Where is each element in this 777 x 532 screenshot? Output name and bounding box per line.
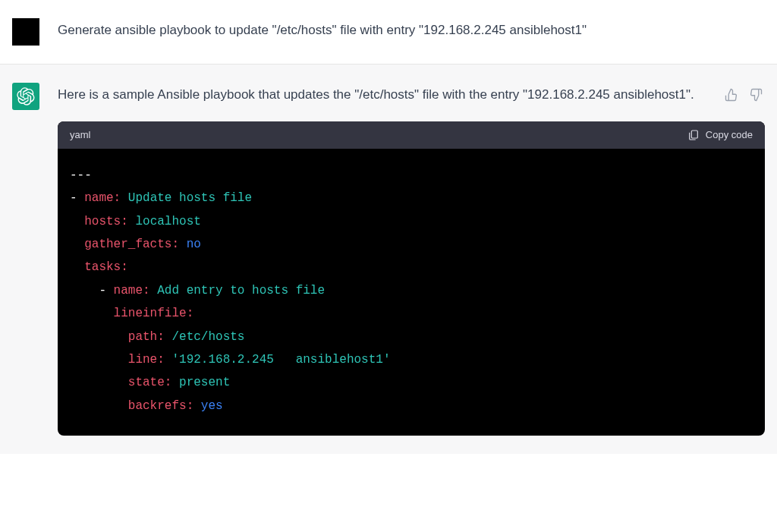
- clipboard-icon: [687, 129, 700, 141]
- assistant-message: Here is a sample Ansible playbook that u…: [0, 65, 777, 454]
- thumbs-up-button[interactable]: [722, 86, 741, 104]
- assistant-text: Here is a sample Ansible playbook that u…: [58, 84, 710, 106]
- code-body[interactable]: --- - name: Update hosts file hosts: loc…: [58, 149, 765, 436]
- svg-rect-0: [691, 131, 697, 138]
- openai-icon: [17, 87, 35, 105]
- thumbs-down-button[interactable]: [747, 86, 765, 104]
- assistant-avatar: [12, 83, 39, 110]
- code-language: yaml: [70, 129, 90, 140]
- user-avatar: [12, 18, 39, 46]
- feedback-controls: [722, 84, 765, 104]
- assistant-content: Here is a sample Ansible playbook that u…: [58, 83, 765, 436]
- code-block: yaml Copy code --- - name: Update hosts …: [58, 121, 765, 436]
- user-text: Generate ansible playbook to update "/et…: [58, 20, 765, 42]
- thumbs-up-icon: [725, 88, 738, 102]
- thumbs-down-icon: [749, 88, 763, 102]
- code-header: yaml Copy code: [58, 121, 765, 149]
- copy-code-button[interactable]: Copy code: [687, 129, 753, 141]
- copy-code-label: Copy code: [706, 129, 753, 140]
- user-message: Generate ansible playbook to update "/et…: [0, 0, 777, 65]
- user-content: Generate ansible playbook to update "/et…: [58, 18, 765, 46]
